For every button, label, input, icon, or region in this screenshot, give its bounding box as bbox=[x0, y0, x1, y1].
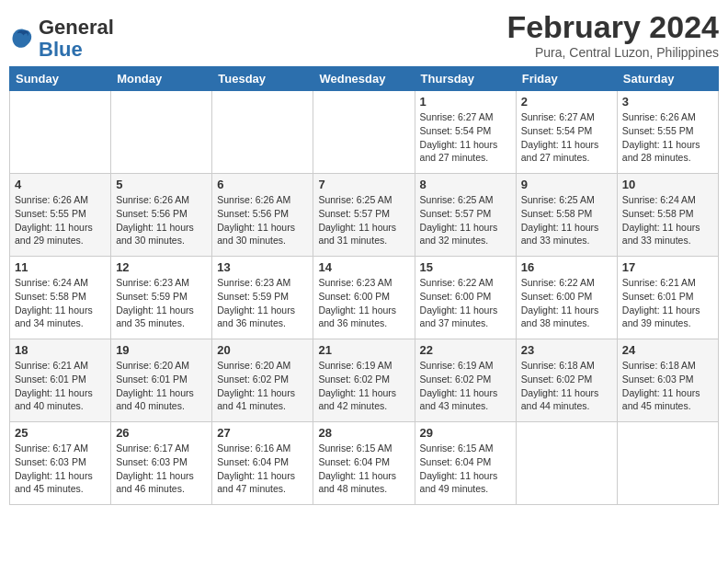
day-info: Sunrise: 6:20 AM Sunset: 6:02 PM Dayligh… bbox=[217, 359, 308, 413]
weekday-header-row: SundayMondayTuesdayWednesdayThursdayFrid… bbox=[10, 67, 719, 91]
calendar-cell: 27Sunrise: 6:16 AM Sunset: 6:04 PM Dayli… bbox=[212, 422, 313, 505]
day-info: Sunrise: 6:26 AM Sunset: 5:55 PM Dayligh… bbox=[15, 193, 106, 247]
day-info: Sunrise: 6:18 AM Sunset: 6:02 PM Dayligh… bbox=[521, 359, 612, 413]
calendar-week-row: 11Sunrise: 6:24 AM Sunset: 5:58 PM Dayli… bbox=[10, 257, 719, 339]
day-info: Sunrise: 6:26 AM Sunset: 5:55 PM Dayligh… bbox=[622, 110, 713, 165]
calendar-cell: 11Sunrise: 6:24 AM Sunset: 5:58 PM Dayli… bbox=[10, 257, 111, 339]
day-number: 24 bbox=[622, 343, 713, 357]
calendar-cell: 4Sunrise: 6:26 AM Sunset: 5:55 PM Daylig… bbox=[10, 174, 111, 257]
month-title: February 2024 bbox=[506, 9, 719, 45]
day-info: Sunrise: 6:23 AM Sunset: 5:59 PM Dayligh… bbox=[217, 276, 308, 330]
weekday-header-thursday: Thursday bbox=[415, 67, 516, 91]
day-number: 18 bbox=[15, 343, 106, 357]
day-number: 23 bbox=[521, 343, 612, 357]
calendar-week-row: 1Sunrise: 6:27 AM Sunset: 5:54 PM Daylig… bbox=[10, 91, 719, 174]
calendar-cell: 3Sunrise: 6:26 AM Sunset: 5:55 PM Daylig… bbox=[617, 91, 718, 174]
day-info: Sunrise: 6:23 AM Sunset: 5:59 PM Dayligh… bbox=[116, 276, 207, 330]
calendar-cell: 2Sunrise: 6:27 AM Sunset: 5:54 PM Daylig… bbox=[516, 91, 617, 174]
day-number: 14 bbox=[318, 260, 409, 274]
day-info: Sunrise: 6:23 AM Sunset: 6:00 PM Dayligh… bbox=[318, 276, 409, 330]
day-number: 15 bbox=[420, 260, 511, 274]
day-info: Sunrise: 6:26 AM Sunset: 5:56 PM Dayligh… bbox=[217, 193, 308, 247]
day-number: 10 bbox=[622, 178, 713, 191]
day-info: Sunrise: 6:25 AM Sunset: 5:58 PM Dayligh… bbox=[521, 193, 612, 247]
page-header: General Blue February 2024 Pura, Central… bbox=[9, 9, 719, 61]
calendar-cell: 17Sunrise: 6:21 AM Sunset: 6:01 PM Dayli… bbox=[617, 257, 718, 339]
logo: General Blue bbox=[9, 17, 114, 61]
calendar-cell: 28Sunrise: 6:15 AM Sunset: 6:04 PM Dayli… bbox=[313, 422, 415, 505]
day-number: 17 bbox=[622, 260, 713, 274]
calendar-cell: 9Sunrise: 6:25 AM Sunset: 5:58 PM Daylig… bbox=[516, 174, 617, 257]
day-info: Sunrise: 6:20 AM Sunset: 6:01 PM Dayligh… bbox=[116, 359, 207, 413]
calendar-cell: 14Sunrise: 6:23 AM Sunset: 6:00 PM Dayli… bbox=[313, 257, 415, 339]
weekday-header-saturday: Saturday bbox=[617, 67, 718, 91]
calendar-cell: 18Sunrise: 6:21 AM Sunset: 6:01 PM Dayli… bbox=[10, 339, 111, 422]
day-info: Sunrise: 6:22 AM Sunset: 6:00 PM Dayligh… bbox=[521, 276, 612, 330]
calendar-cell: 19Sunrise: 6:20 AM Sunset: 6:01 PM Dayli… bbox=[111, 339, 212, 422]
day-info: Sunrise: 6:15 AM Sunset: 6:04 PM Dayligh… bbox=[420, 442, 511, 496]
day-info: Sunrise: 6:25 AM Sunset: 5:57 PM Dayligh… bbox=[318, 193, 409, 247]
calendar-cell: 1Sunrise: 6:27 AM Sunset: 5:54 PM Daylig… bbox=[415, 91, 516, 174]
day-number: 9 bbox=[521, 178, 612, 191]
day-number: 28 bbox=[318, 426, 409, 440]
logo-icon bbox=[9, 26, 35, 52]
day-number: 2 bbox=[521, 95, 612, 109]
day-info: Sunrise: 6:19 AM Sunset: 6:02 PM Dayligh… bbox=[420, 359, 511, 413]
day-info: Sunrise: 6:22 AM Sunset: 6:00 PM Dayligh… bbox=[420, 276, 511, 330]
day-number: 25 bbox=[15, 426, 106, 440]
day-number: 13 bbox=[217, 260, 308, 274]
calendar-cell: 10Sunrise: 6:24 AM Sunset: 5:58 PM Dayli… bbox=[617, 174, 718, 257]
calendar-week-row: 25Sunrise: 6:17 AM Sunset: 6:03 PM Dayli… bbox=[10, 422, 719, 505]
day-info: Sunrise: 6:17 AM Sunset: 6:03 PM Dayligh… bbox=[116, 442, 207, 496]
day-info: Sunrise: 6:25 AM Sunset: 5:57 PM Dayligh… bbox=[420, 193, 511, 247]
day-info: Sunrise: 6:26 AM Sunset: 5:56 PM Dayligh… bbox=[116, 193, 207, 247]
calendar-cell: 29Sunrise: 6:15 AM Sunset: 6:04 PM Dayli… bbox=[415, 422, 516, 505]
weekday-header-monday: Monday bbox=[111, 67, 212, 91]
day-number: 3 bbox=[622, 95, 713, 109]
day-info: Sunrise: 6:27 AM Sunset: 5:54 PM Dayligh… bbox=[521, 110, 612, 165]
calendar-cell: 15Sunrise: 6:22 AM Sunset: 6:00 PM Dayli… bbox=[415, 257, 516, 339]
calendar-cell bbox=[617, 422, 718, 505]
day-info: Sunrise: 6:24 AM Sunset: 5:58 PM Dayligh… bbox=[15, 276, 106, 330]
day-number: 20 bbox=[217, 343, 308, 357]
day-number: 5 bbox=[116, 178, 207, 191]
day-number: 27 bbox=[217, 426, 308, 440]
day-number: 26 bbox=[116, 426, 207, 440]
day-number: 29 bbox=[420, 426, 511, 440]
calendar-week-row: 4Sunrise: 6:26 AM Sunset: 5:55 PM Daylig… bbox=[10, 174, 719, 257]
location-subtitle: Pura, Central Luzon, Philippines bbox=[506, 45, 719, 60]
calendar-cell: 23Sunrise: 6:18 AM Sunset: 6:02 PM Dayli… bbox=[516, 339, 617, 422]
day-number: 1 bbox=[420, 95, 511, 109]
day-info: Sunrise: 6:17 AM Sunset: 6:03 PM Dayligh… bbox=[15, 442, 106, 496]
calendar-table: SundayMondayTuesdayWednesdayThursdayFrid… bbox=[9, 66, 719, 505]
day-number: 12 bbox=[116, 260, 207, 274]
calendar-cell: 5Sunrise: 6:26 AM Sunset: 5:56 PM Daylig… bbox=[111, 174, 212, 257]
calendar-cell: 26Sunrise: 6:17 AM Sunset: 6:03 PM Dayli… bbox=[111, 422, 212, 505]
day-number: 7 bbox=[318, 178, 409, 191]
calendar-cell: 13Sunrise: 6:23 AM Sunset: 5:59 PM Dayli… bbox=[212, 257, 313, 339]
day-info: Sunrise: 6:19 AM Sunset: 6:02 PM Dayligh… bbox=[318, 359, 409, 413]
calendar-cell bbox=[313, 91, 415, 174]
calendar-cell bbox=[212, 91, 313, 174]
calendar-cell: 12Sunrise: 6:23 AM Sunset: 5:59 PM Dayli… bbox=[111, 257, 212, 339]
day-number: 22 bbox=[420, 343, 511, 357]
day-info: Sunrise: 6:21 AM Sunset: 6:01 PM Dayligh… bbox=[15, 359, 106, 413]
calendar-cell: 8Sunrise: 6:25 AM Sunset: 5:57 PM Daylig… bbox=[415, 174, 516, 257]
day-number: 8 bbox=[420, 178, 511, 191]
day-number: 16 bbox=[521, 260, 612, 274]
weekday-header-friday: Friday bbox=[516, 67, 617, 91]
day-info: Sunrise: 6:15 AM Sunset: 6:04 PM Dayligh… bbox=[318, 442, 409, 496]
title-block: February 2024 Pura, Central Luzon, Phili… bbox=[506, 9, 719, 60]
calendar-cell: 21Sunrise: 6:19 AM Sunset: 6:02 PM Dayli… bbox=[313, 339, 415, 422]
calendar-cell bbox=[516, 422, 617, 505]
calendar-cell: 16Sunrise: 6:22 AM Sunset: 6:00 PM Dayli… bbox=[516, 257, 617, 339]
calendar-cell: 24Sunrise: 6:18 AM Sunset: 6:03 PM Dayli… bbox=[617, 339, 718, 422]
day-number: 19 bbox=[116, 343, 207, 357]
day-number: 21 bbox=[318, 343, 409, 357]
calendar-week-row: 18Sunrise: 6:21 AM Sunset: 6:01 PM Dayli… bbox=[10, 339, 719, 422]
day-number: 6 bbox=[217, 178, 308, 191]
calendar-cell bbox=[111, 91, 212, 174]
calendar-cell: 7Sunrise: 6:25 AM Sunset: 5:57 PM Daylig… bbox=[313, 174, 415, 257]
weekday-header-tuesday: Tuesday bbox=[212, 67, 313, 91]
weekday-header-sunday: Sunday bbox=[10, 67, 111, 91]
